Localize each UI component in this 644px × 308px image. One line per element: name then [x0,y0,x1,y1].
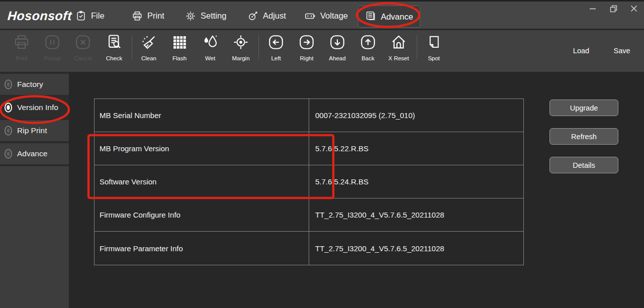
menu-item-label: File [91,11,105,21]
minimize-button[interactable] [589,5,597,13]
details-button[interactable]: Details [549,157,618,173]
toolbar-item-label: Margin [232,55,249,61]
printer-icon [13,32,30,53]
toolbar: Print Pause Cancel Chec [0,30,644,72]
toolbar-ahead-button[interactable]: Ahead [321,32,353,70]
refresh-button[interactable]: Refresh [549,128,618,145]
radio-icon [4,148,13,159]
battery-icon [304,11,316,22]
arrow-left-icon [267,32,285,53]
broom-icon [140,32,157,53]
window-controls [589,5,638,13]
sidebar: Factory Version Info Rip Print Advance [0,72,69,308]
row-label: Firmware Configure Info [95,198,309,231]
toolbar-check-button[interactable]: Check [98,32,130,70]
list-document-icon [365,10,376,23]
document-search-icon [106,32,123,53]
toolbar-flash-button[interactable]: Flash [163,32,196,70]
cancel-x-icon [74,32,91,53]
arrow-right-icon [298,32,315,53]
row-value: 5.7.6.5.22.R.BS [309,132,523,165]
toolbar-item-label: Spot [428,55,440,61]
menu-item-label: Advance [381,12,413,22]
menu-item-label: Print [147,11,164,21]
table-row: Firmware Configure Info TT_2.75_I3200_4_… [95,198,523,232]
toolbar-item-label: Print [16,55,28,61]
menu-item-label: Voltage [320,11,348,21]
printer-icon [132,11,143,22]
dot-grid-icon [171,32,188,53]
arrow-up-icon [359,32,377,53]
toolbar-right-button[interactable]: Right [291,32,323,70]
row-label: MB Serial Number [95,99,309,132]
upgrade-button[interactable]: Upgrade [549,99,618,116]
row-label: Firmware Parameter Info [95,232,309,265]
toolbar-left-button[interactable]: Left [260,32,292,70]
radio-icon [4,79,13,90]
version-info-table: MB Serial Number 0007-2321032095 (2.75_0… [94,98,524,265]
menu-item-voltage[interactable]: Voltage [304,2,348,30]
toolbar-item-label: Flash [172,55,187,61]
sidebar-item-label: Advance [17,149,47,158]
toolbar-separator [417,35,417,59]
toolbar-item-label: Cancel [74,55,92,61]
table-row: MB Program Version 5.7.6.5.22.R.BS [95,132,523,165]
toolbar-back-button[interactable]: Back [352,32,384,70]
sidebar-item-factory[interactable]: Factory [0,74,69,97]
toolbar-wet-button[interactable]: Wet [194,32,226,70]
sidebar-item-rip-print[interactable]: Rip Print [0,120,69,143]
crosshair-target-icon [232,32,249,53]
gear-icon [185,11,196,22]
row-label: MB Program Version [95,132,309,165]
load-button[interactable]: Load [566,44,596,57]
row-value: 0007-2321032095 (2.75_010) [309,99,523,132]
menu-item-print[interactable]: Print [132,2,164,30]
home-icon [390,32,407,53]
toolbar-item-label: X Reset [389,55,409,61]
sidebar-item-label: Rip Print [17,126,47,135]
sidebar-item-advance[interactable]: Advance [0,143,69,166]
sidebar-item-label: Version Info [17,103,58,112]
toolbar-pause-button: Pause [36,32,68,70]
pause-icon [44,32,61,53]
water-drops-icon [202,32,219,53]
row-value: TT_2.75_I3200_4_V5.7.6.5_20211028 [309,198,523,231]
menu-item-label: Setting [201,11,226,21]
table-row: MB Serial Number 0007-2321032095 (2.75_0… [95,99,523,132]
page-fold-icon [426,32,442,53]
toolbar-margin-button[interactable]: Margin [225,32,257,70]
restore-button[interactable] [609,5,617,13]
toolbar-spot-button[interactable]: Spot [418,32,450,70]
toolbar-item-label: Pause [44,55,61,61]
menu-item-label: Adjust [263,11,286,21]
title-bar: Hosonsoft File Print [0,0,644,29]
adjust-target-icon [247,11,258,22]
app-logo: Hosonsoft [7,2,73,30]
toolbar-separator [258,35,259,59]
sidebar-item-version-info[interactable]: Version Info [0,97,69,120]
menu-item-advance[interactable]: Advance [358,6,420,28]
row-value: TT_2.75_I3200_4_V5.7.6.5_20211028 [309,232,523,265]
menu-item-file[interactable]: File [75,2,105,30]
radio-icon [4,125,13,136]
sidebar-item-label: Factory [17,80,43,89]
toolbar-item-label: Left [271,55,281,61]
menu-item-adjust[interactable]: Adjust [247,2,286,30]
table-row: Firmware Parameter Info TT_2.75_I3200_4_… [95,232,523,265]
arrow-down-icon [329,32,346,53]
close-button[interactable] [630,5,638,13]
toolbar-item-label: Check [106,55,123,61]
toolbar-clean-button[interactable]: Clean [133,32,165,70]
toolbar-item-label: Wet [205,55,215,61]
toolbar-cancel-button: Cancel [67,32,99,70]
clipboard-check-icon [75,11,86,22]
toolbar-item-label: Clean [141,55,156,61]
row-value: 5.7.6.5.24.R.BS [309,165,523,198]
toolbar-item-label: Back [361,55,375,61]
save-button[interactable]: Save [607,44,637,57]
toolbar-x-reset-button[interactable]: X Reset [383,32,415,70]
toolbar-item-label: Right [300,55,314,61]
toolbar-separator [132,35,132,59]
radio-selected-icon [4,102,13,113]
menu-item-setting[interactable]: Setting [185,2,226,30]
